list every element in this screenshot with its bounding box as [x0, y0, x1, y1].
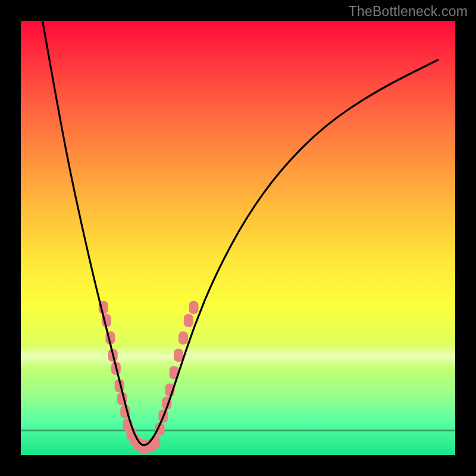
scatter-layer — [99, 301, 199, 453]
scatter-point — [178, 331, 188, 345]
scatter-point — [184, 314, 193, 327]
scatter-point — [189, 301, 199, 314]
watermark-text: TheBottleneck.com — [349, 4, 468, 20]
bottleneck-curve — [43, 21, 438, 445]
chart-overlay-svg — [21, 21, 455, 455]
scatter-point — [174, 349, 183, 362]
chart-frame: TheBottleneck.com — [0, 0, 476, 476]
